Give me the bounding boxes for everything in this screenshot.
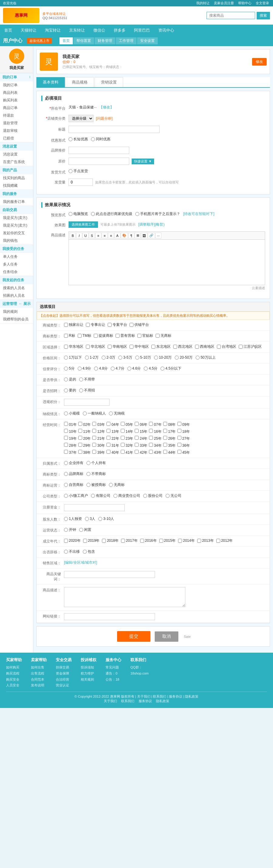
ownership-company[interactable]: 企业持有 (64, 460, 83, 466)
category-select[interactable]: 选择分级 (69, 115, 94, 122)
yr-22[interactable]: 22年 (106, 436, 119, 441)
price-1-2[interactable]: 1-2万 (85, 355, 99, 360)
nav-item-alibaba[interactable]: 阿里巴巴 (130, 25, 154, 35)
yr-26[interactable]: 26年 (163, 436, 176, 441)
discount-option-long[interactable]: 长短优惠 (69, 137, 88, 142)
shareholder-1[interactable]: 1人独资 (64, 516, 82, 522)
search-input[interactable] (207, 12, 255, 19)
op-status-idle[interactable]: 闲置 (79, 527, 91, 532)
footer-link-comp1[interactable]: 投诉须知 (81, 664, 97, 671)
tab-marketing[interactable]: 营销设置 (95, 77, 123, 87)
trademark-search[interactable]: 提拔商标 (94, 333, 113, 338)
region-northeast[interactable]: 东北地区 (151, 344, 171, 349)
yr-14[interactable]: 14年 (121, 429, 133, 434)
topbar-link-4[interactable]: 全文登录 (256, 1, 269, 5)
trademark2-brand[interactable]: 品牌商标 (64, 471, 83, 476)
yr-42[interactable]: 42年 (135, 450, 147, 455)
footer-link-buy2[interactable]: 购买流程 (6, 671, 22, 677)
footer-link-buy3[interactable]: 购买安全 (6, 677, 22, 683)
select-effect-img-button[interactable]: 选择效果图工作 (69, 221, 98, 228)
yr-24[interactable]: 24年 (135, 436, 147, 441)
trademark-ops-none[interactable]: 无商标 (109, 482, 125, 488)
footer-privacy[interactable]: 隐私政策 (156, 699, 169, 703)
yr-34[interactable]: 34年 (149, 443, 162, 448)
sidebar-item-favorites[interactable]: 找我赠藏 (0, 182, 33, 189)
found-2012[interactable]: 2012年 (216, 538, 233, 543)
footer-link-site[interactable]: 18shop.com (130, 671, 149, 677)
company-micro[interactable]: 小/微工商户 (64, 493, 88, 498)
supply-yes[interactable]: 是的 (64, 377, 76, 382)
tax-none[interactable]: 无纳税 (109, 411, 125, 416)
found-2014[interactable]: 2014年 (178, 538, 195, 543)
yr-30[interactable]: 30年 (92, 443, 105, 448)
category-hint-link[interactable]: [问题分析] (96, 116, 112, 121)
footer-link-svc3[interactable]: 公告：18 (106, 677, 121, 683)
sidebar-item-recruit-people[interactable]: 招募的人员名 (0, 292, 33, 300)
yr-16[interactable]: 16年 (149, 429, 162, 434)
nav-item-home[interactable]: 首页 (0, 25, 16, 35)
credit-45[interactable]: 4.5分 (144, 366, 158, 371)
footer-link-sell1[interactable]: 如何出售 (31, 664, 47, 671)
violation-input[interactable] (64, 399, 109, 406)
nav-item-taobao[interactable]: 淘宝转让 (41, 25, 65, 35)
reg-capital-input[interactable] (64, 504, 125, 511)
yr-23[interactable]: 23年 (121, 436, 133, 441)
uc-nav-settings[interactable]: 帮你置置 (73, 37, 94, 44)
mall-type-shop[interactable]: 供铺平台 (130, 322, 149, 328)
yr-19[interactable]: 19年 (64, 436, 77, 441)
shareholder-3[interactable]: 3人 (85, 516, 96, 522)
tab-basic[interactable]: 基本资料 (36, 77, 65, 87)
footer-link-safe3[interactable]: 合法经营 (56, 677, 72, 683)
company-stock[interactable]: 股份公司 (143, 493, 163, 498)
editor-btn-para[interactable]: ¶ (128, 232, 134, 239)
credit-49[interactable]: 4.9分 (78, 366, 91, 371)
sidebar-item-task-multi[interactable]: 多人任务 (0, 260, 33, 268)
sidebar-item-productorders[interactable]: 商品订单 (0, 104, 33, 112)
footer-link-safe1[interactable]: 担保交易 (56, 664, 72, 671)
found-2015[interactable]: 2015年 (159, 538, 176, 543)
supply-no[interactable]: 不用带 (79, 377, 95, 382)
uc-nav-security[interactable]: 安全设置 (137, 37, 158, 44)
region-taiwan[interactable]: 台湾地区 (217, 344, 236, 349)
company-none[interactable]: 无公司 (166, 493, 181, 498)
tab-product-spec[interactable]: 商品规格 (66, 77, 94, 87)
nav-item-weixin[interactable]: 微信公 (89, 25, 109, 35)
display-hint-link[interactable]: [待改可在智能对下] (183, 211, 214, 217)
yr-18[interactable]: 18年 (177, 429, 190, 434)
yr-07[interactable]: 07年 (149, 422, 162, 427)
recruit-no[interactable]: 不用招 (79, 388, 95, 393)
display-option-pc[interactable]: 电脑预览 (69, 211, 88, 217)
footer-link-svc1[interactable]: 常见问题 (106, 664, 121, 671)
yr-39[interactable]: 39年 (92, 450, 105, 455)
yr-13[interactable]: 13年 (106, 429, 119, 434)
footer-link-buy1[interactable]: 如何购买 (6, 664, 22, 671)
op-status-active[interactable]: 开钟 (64, 527, 76, 532)
topbar-link-3[interactable]: 帮助中心 (238, 1, 251, 5)
keywords-input[interactable] (64, 571, 155, 578)
yr-44[interactable]: 44年 (163, 450, 176, 455)
found-2013[interactable]: 2013年 (197, 538, 214, 543)
trademark-official[interactable]: 官贴标 (137, 333, 153, 338)
sidebar-item-task-single[interactable]: 单人任务 (0, 253, 33, 260)
credit-below45[interactable]: 4.5分以下 (161, 366, 181, 371)
brand-price-input[interactable] (69, 147, 129, 154)
editor-btn-more[interactable]: ··· (155, 232, 161, 239)
yr-06[interactable]: 06年 (135, 422, 147, 427)
footer-link-comp2[interactable]: 权力维护 (81, 671, 97, 677)
display-option-mobile-priority[interactable]: 此点击进行商家优先级 (91, 211, 132, 217)
sidebar-item-compensated[interactable]: 已赔偿 (0, 134, 33, 142)
company-limited[interactable]: 有限公司 (91, 493, 110, 498)
price-3-5[interactable]: 3-5万 (118, 355, 132, 360)
yr-01[interactable]: 01年 (64, 422, 77, 427)
yr-02[interactable]: 02年 (78, 422, 91, 427)
region-north[interactable]: 华北地区 (86, 344, 105, 349)
topbar-link-2[interactable]: 卖家会员注册 (214, 1, 234, 5)
editor-btn-color[interactable]: 🎨 (121, 232, 128, 239)
tag-input[interactable] (69, 126, 160, 133)
sidebar-item-task-balance[interactable]: 任务结余 (0, 268, 33, 276)
yr-32[interactable]: 32年 (121, 443, 133, 448)
search-button[interactable]: 搜索 (257, 12, 270, 20)
trademark-ops-self[interactable]: 自营商标 (64, 482, 83, 488)
uc-nav-work[interactable]: 工作管理 (116, 37, 137, 44)
trademark-none[interactable]: 无商标 (156, 333, 171, 338)
